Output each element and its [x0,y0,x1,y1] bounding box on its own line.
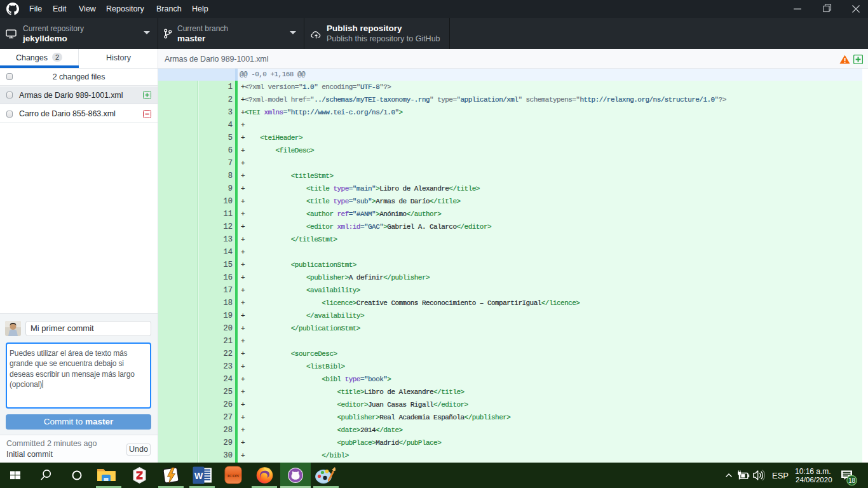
svg-text:ICON: ICON [227,473,239,478]
svg-text:W: W [194,471,203,481]
svg-text:18: 18 [848,477,856,484]
